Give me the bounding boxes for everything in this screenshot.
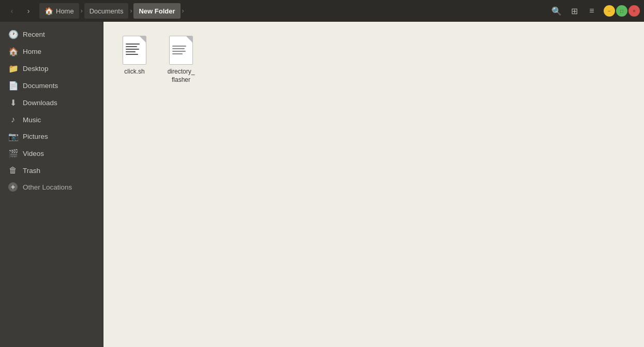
sidebar-item-label: Other Locations	[23, 183, 72, 191]
sidebar-item-label: Home	[23, 48, 41, 55]
breadcrumb-end-arrow: ›	[181, 3, 185, 19]
sidebar-item-label: Downloads	[23, 99, 57, 107]
recent-icon: 🕐	[8, 30, 18, 39]
shell-script-icon	[123, 36, 146, 65]
home-icon: 🏠	[44, 7, 53, 15]
sidebar: 🕐 Recent 🏠 Home 📁 Desktop 📄 Documents ⬇ …	[0, 22, 103, 347]
home-icon: 🏠	[8, 47, 18, 56]
file-label-directory-flasher: directory_flasher	[168, 68, 195, 84]
sidebar-item-trash[interactable]: 🗑 Trash	[2, 162, 101, 179]
sidebar-item-label: Recent	[23, 31, 45, 38]
sidebar-item-label: Trash	[23, 167, 40, 175]
menu-icon: ≡	[589, 6, 594, 16]
maximize-icon: □	[620, 8, 623, 14]
file-icon-directory-flasher	[169, 35, 193, 65]
sidebar-item-downloads[interactable]: ⬇ Downloads	[2, 94, 101, 111]
sidebar-item-music[interactable]: ♪ Music	[2, 111, 101, 128]
window-controls: − □ ×	[604, 5, 640, 17]
close-button[interactable]: ×	[628, 5, 640, 17]
back-icon: ‹	[11, 7, 13, 15]
main-area: 🕐 Recent 🏠 Home 📁 Desktop 📄 Documents ⬇ …	[0, 22, 644, 347]
maximize-button[interactable]: □	[616, 5, 627, 17]
text-file-icon	[169, 36, 193, 65]
sidebar-item-label: Pictures	[23, 133, 48, 140]
documents-icon: 📄	[8, 81, 18, 91]
breadcrumb-documents[interactable]: Documents	[84, 3, 129, 19]
desktop-icon: 📁	[8, 64, 18, 74]
minimize-button[interactable]: −	[604, 5, 615, 17]
file-item-click-sh[interactable]: click.sh	[114, 32, 155, 87]
sidebar-item-label: Videos	[23, 150, 44, 157]
titlebar: ‹ › 🏠 Home › Documents › New Folder › 🔍 …	[0, 0, 644, 22]
search-button[interactable]: 🔍	[549, 3, 564, 19]
sidebar-item-recent[interactable]: 🕐 Recent	[2, 26, 101, 43]
minimize-icon: −	[608, 8, 611, 14]
content-area: click.sh directory_flasher	[103, 22, 644, 347]
forward-icon: ›	[27, 7, 30, 15]
breadcrumb-bar: 🏠 Home › Documents › New Folder ›	[39, 3, 548, 19]
add-icon: +	[8, 182, 18, 192]
toolbar-right: 🔍 ⊞ ≡	[549, 3, 600, 19]
trash-icon: 🗑	[8, 166, 18, 175]
sidebar-item-label: Music	[23, 116, 41, 124]
sidebar-item-pictures[interactable]: 📷 Pictures	[2, 128, 101, 145]
sidebar-item-other-locations[interactable]: + Other Locations	[2, 179, 101, 195]
sidebar-item-desktop[interactable]: 📁 Desktop	[2, 60, 101, 77]
close-icon: ×	[633, 8, 636, 14]
back-button[interactable]: ‹	[4, 3, 20, 19]
menu-button[interactable]: ≡	[584, 3, 600, 19]
sidebar-item-videos[interactable]: 🎬 Videos	[2, 145, 101, 162]
search-icon: 🔍	[551, 6, 562, 16]
breadcrumb-home[interactable]: 🏠 Home	[39, 3, 79, 19]
breadcrumb-separator-2: ›	[129, 3, 133, 19]
forward-button[interactable]: ›	[21, 3, 36, 19]
file-label-click-sh: click.sh	[124, 68, 144, 76]
videos-icon: 🎬	[8, 149, 18, 158]
breadcrumb-separator-1: ›	[80, 3, 84, 19]
sidebar-item-label: Documents	[23, 82, 58, 90]
breadcrumb-new-folder[interactable]: New Folder	[133, 3, 180, 19]
sidebar-item-documents[interactable]: 📄 Documents	[2, 77, 101, 94]
view-icon: ⊞	[571, 6, 578, 16]
file-item-directory-flasher[interactable]: directory_flasher	[160, 32, 202, 87]
downloads-icon: ⬇	[8, 98, 18, 108]
sidebar-item-label: Desktop	[23, 65, 49, 73]
pictures-icon: 📷	[8, 132, 18, 141]
file-icon-click-sh	[122, 35, 147, 65]
music-icon: ♪	[8, 115, 18, 124]
sidebar-item-home[interactable]: 🏠 Home	[2, 43, 101, 60]
view-toggle-button[interactable]: ⊞	[566, 3, 582, 19]
